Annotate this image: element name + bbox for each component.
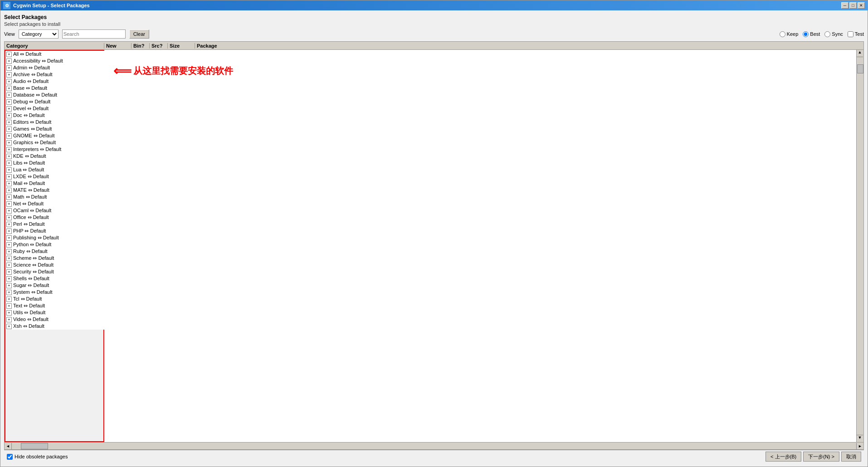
expand-icon[interactable]: +	[6, 106, 12, 112]
expand-icon[interactable]: +	[6, 310, 12, 316]
expand-icon[interactable]: +	[6, 249, 12, 254]
category-list[interactable]: +All ⇔ Default+Accessibility ⇔ Default+A…	[5, 51, 105, 330]
expand-icon[interactable]: +	[6, 235, 12, 241]
list-item[interactable]: +Math ⇔ Default	[5, 194, 104, 200]
list-item[interactable]: +Office ⇔ Default	[5, 214, 104, 221]
expand-icon[interactable]: +	[6, 72, 12, 78]
expand-icon[interactable]: +	[6, 52, 12, 57]
scroll-thumb-h[interactable]	[21, 443, 48, 449]
list-item[interactable]: +Editors ⇔ Default	[5, 119, 104, 126]
expand-icon[interactable]: +	[6, 276, 12, 282]
radio-best[interactable]: Best	[803, 31, 820, 37]
expand-icon[interactable]: +	[6, 317, 12, 322]
list-item[interactable]: +Perl ⇔ Default	[5, 221, 104, 228]
list-item[interactable]: +Ruby ⇔ Default	[5, 248, 104, 255]
expand-icon[interactable]: +	[6, 126, 12, 132]
list-item[interactable]: +Database ⇔ Default	[5, 92, 104, 98]
list-item[interactable]: +Debug ⇔ Default	[5, 98, 104, 105]
list-item[interactable]: +Lua ⇔ Default	[5, 166, 104, 173]
expand-icon[interactable]: +	[6, 167, 12, 173]
list-item[interactable]: +Xsh ⇔ Default	[5, 323, 104, 330]
radio-sync[interactable]: Sync	[824, 31, 843, 37]
back-button[interactable]: < 上一步(B)	[766, 452, 801, 462]
scroll-right-button[interactable]: ►	[856, 443, 863, 449]
list-item[interactable]: +PHP ⇔ Default	[5, 228, 104, 234]
list-item[interactable]: +Publishing ⇔ Default	[5, 234, 104, 241]
list-item[interactable]: +Doc ⇔ Default	[5, 112, 104, 119]
list-item[interactable]: +Devel ⇔ Default	[5, 105, 104, 112]
expand-icon[interactable]: +	[6, 161, 12, 166]
expand-icon[interactable]: +	[6, 86, 12, 91]
expand-icon[interactable]: +	[6, 58, 12, 64]
expand-icon[interactable]: +	[6, 181, 12, 186]
expand-icon[interactable]: +	[6, 256, 12, 261]
list-item[interactable]: +OCaml ⇔ Default	[5, 207, 104, 214]
expand-icon[interactable]: +	[6, 215, 12, 220]
list-item[interactable]: +Admin ⇔ Default	[5, 64, 104, 71]
hide-obsolete-checkbox[interactable]: Hide obsolete packages	[7, 454, 68, 460]
expand-icon[interactable]: +	[6, 201, 12, 207]
expand-icon[interactable]: +	[6, 269, 12, 275]
radio-test[interactable]: Test	[848, 31, 864, 37]
list-item[interactable]: +Text ⇔ Default	[5, 302, 104, 309]
list-item[interactable]: +GNOME ⇔ Default	[5, 132, 104, 139]
list-item[interactable]: +Libs ⇔ Default	[5, 160, 104, 166]
expand-icon[interactable]: +	[6, 147, 12, 152]
expand-icon[interactable]: +	[6, 92, 12, 98]
list-item[interactable]: +MATE ⇔ Default	[5, 187, 104, 194]
list-item[interactable]: +Utils ⇔ Default	[5, 309, 104, 316]
list-item[interactable]: +Shells ⇔ Default	[5, 275, 104, 282]
expand-icon[interactable]: +	[6, 154, 12, 159]
expand-icon[interactable]: +	[6, 290, 12, 295]
expand-icon[interactable]: +	[6, 242, 12, 248]
clear-button[interactable]: Clear	[129, 29, 149, 39]
expand-icon[interactable]: +	[6, 195, 12, 200]
list-item[interactable]: +Net ⇔ Default	[5, 200, 104, 207]
expand-icon[interactable]: +	[6, 99, 12, 105]
expand-icon[interactable]: +	[6, 65, 12, 71]
scroll-left-button[interactable]: ◄	[5, 443, 12, 449]
expand-icon[interactable]: +	[6, 140, 12, 146]
expand-icon[interactable]: +	[6, 263, 12, 268]
list-item[interactable]: +Video ⇔ Default	[5, 316, 104, 323]
expand-icon[interactable]: +	[6, 283, 12, 288]
expand-icon[interactable]: +	[6, 79, 12, 84]
list-item[interactable]: +All ⇔ Default	[5, 51, 104, 58]
expand-icon[interactable]: +	[6, 229, 12, 234]
list-item[interactable]: +Games ⇔ Default	[5, 126, 104, 132]
search-input[interactable]	[62, 29, 126, 39]
list-item[interactable]: +Interpreters ⇔ Default	[5, 146, 104, 153]
view-select[interactable]: Category Full Partial Up To Date Not Ins…	[19, 29, 59, 39]
list-item[interactable]: +Graphics ⇔ Default	[5, 139, 104, 146]
minimize-button[interactable]: ─	[841, 2, 848, 9]
list-item[interactable]: +Accessibility ⇔ Default	[5, 58, 104, 64]
expand-icon[interactable]: +	[6, 208, 12, 214]
list-item[interactable]: +KDE ⇔ Default	[5, 153, 104, 160]
expand-icon[interactable]: +	[6, 188, 12, 193]
scrollbar-vertical[interactable]: ▲ ▼	[856, 50, 863, 442]
expand-icon[interactable]: +	[6, 174, 12, 180]
scroll-up-button[interactable]: ▲	[857, 50, 863, 57]
list-item[interactable]: +Base ⇔ Default	[5, 85, 104, 92]
list-item[interactable]: +Security ⇔ Default	[5, 268, 104, 275]
expand-icon[interactable]: +	[6, 120, 12, 125]
scroll-thumb-v[interactable]	[857, 64, 863, 73]
list-item[interactable]: +Science ⇔ Default	[5, 262, 104, 268]
close-button[interactable]: ✕	[858, 2, 865, 9]
expand-icon[interactable]: +	[6, 113, 12, 118]
expand-icon[interactable]: +	[6, 222, 12, 227]
list-item[interactable]: +System ⇔ Default	[5, 289, 104, 296]
expand-icon[interactable]: +	[6, 133, 12, 139]
list-item[interactable]: +Scheme ⇔ Default	[5, 255, 104, 262]
radio-keep[interactable]: Keep	[780, 31, 799, 37]
expand-icon[interactable]: +	[6, 324, 12, 329]
maximize-button[interactable]: □	[849, 2, 857, 9]
scroll-down-button[interactable]: ▼	[857, 435, 863, 442]
list-item[interactable]: +Python ⇔ Default	[5, 241, 104, 248]
list-item[interactable]: +LXDE ⇔ Default	[5, 173, 104, 180]
list-item[interactable]: +Archive ⇔ Default	[5, 71, 104, 78]
scrollbar-horizontal[interactable]: ◄ ►	[5, 442, 863, 449]
list-item[interactable]: +Tcl ⇔ Default	[5, 296, 104, 302]
expand-icon[interactable]: +	[6, 303, 12, 309]
cancel-button[interactable]: 取消	[841, 452, 861, 462]
